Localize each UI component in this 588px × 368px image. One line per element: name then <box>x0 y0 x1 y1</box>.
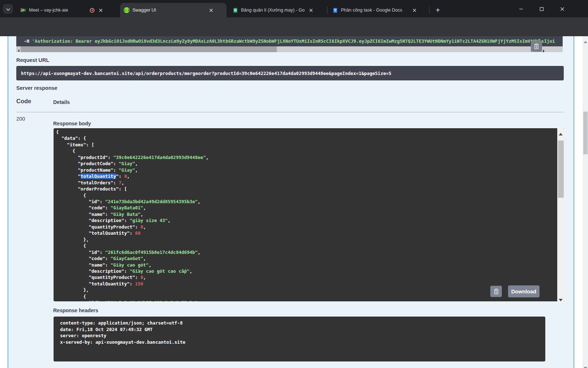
copy-curl-button[interactable] <box>531 41 542 52</box>
window-minimize-button[interactable] <box>514 4 528 14</box>
request-url-value-bar: https://api-xuongmayat-dev.bancantoi.sit… <box>16 66 564 80</box>
google-meet-icon <box>20 7 26 13</box>
tab-separator <box>327 7 327 14</box>
tab-search-button[interactable] <box>3 4 13 14</box>
response-body-json: { "data": { "items": [ { "productId": "3… <box>56 129 208 301</box>
request-url-label: Request URL <box>16 57 49 63</box>
tab-sheets[interactable]: Bảng quản lí (Xưởng may) - Goo <box>229 3 326 17</box>
tab-close-button[interactable] <box>308 7 314 13</box>
curl-horizontal-scrollbar[interactable] <box>16 46 563 52</box>
table-divider <box>16 112 564 112</box>
copy-response-button[interactable] <box>490 286 502 297</box>
scroll-down-arrow-icon[interactable] <box>559 296 563 301</box>
scroll-right-arrow-icon[interactable] <box>542 48 545 54</box>
tab-close-button[interactable] <box>411 7 418 13</box>
window-close-button[interactable] <box>555 4 570 14</box>
tab-close-button[interactable] <box>208 7 214 13</box>
window-maximize-button[interactable] <box>534 4 549 14</box>
opblock-left-border <box>8 36 8 368</box>
tab-separator <box>429 7 430 14</box>
response-headers-label: Response headers <box>53 308 98 313</box>
details-column-header: Details <box>53 99 70 105</box>
scrollbar-thumb[interactable] <box>558 141 564 198</box>
curl-command-text: -H 'Authorization: Bearer eyJhbGciOiJodH… <box>16 36 563 44</box>
code-column-header: Code <box>16 98 31 105</box>
opblock-right-border <box>574 36 574 368</box>
tab-title: Meet – vay-jchk-aie <box>29 8 87 13</box>
scroll-up-arrow-icon[interactable] <box>559 130 563 137</box>
google-docs-icon <box>332 7 338 13</box>
responses-section-heading-clipped: Responses <box>53 367 126 368</box>
page-scrollbar[interactable] <box>583 36 588 368</box>
swagger-icon: {;} <box>124 7 130 13</box>
scrollbar-thumb[interactable] <box>583 112 588 154</box>
new-tab-button[interactable]: + <box>433 5 443 15</box>
browser-toolbar: api-xuongmayat-dev.bancantoi.site/swagge… <box>0 17 588 36</box>
google-sheets-icon <box>232 7 238 13</box>
tab-title: Phân công task - Google Docs <box>341 8 408 13</box>
response-body-label: Response body <box>53 121 91 126</box>
request-url-value: https://api-xuongmayat-dev.bancantoi.sit… <box>16 71 392 76</box>
curl-command-block: -H 'Authorization: Bearer eyJhbGciOiJodH… <box>16 36 563 46</box>
response-body-scrollbar[interactable] <box>557 128 564 301</box>
tab-swagger-ui[interactable]: {;} Swagger UI <box>120 3 227 17</box>
scrollbar-thumb[interactable] <box>21 46 277 52</box>
status-code: 200 <box>16 116 25 122</box>
response-body-panel[interactable]: { "data": { "items": [ { "productId": "3… <box>54 128 564 301</box>
tab-recording-icon <box>90 8 94 13</box>
scroll-up-arrow-icon[interactable] <box>584 38 587 45</box>
tab-title: Bảng quản lí (Xưởng may) - Goo <box>241 8 305 13</box>
tab-title: Swagger UI <box>132 8 205 13</box>
tab-docs[interactable]: Phân công task - Google Docs <box>329 3 427 17</box>
response-headers-panel: content-type: application/json; charset=… <box>54 317 545 361</box>
tab-close-button[interactable] <box>97 7 104 13</box>
tab-meet[interactable]: Meet – vay-jchk-aie <box>17 3 120 17</box>
scroll-left-arrow-icon[interactable] <box>17 47 20 54</box>
scroll-down-arrow-icon[interactable] <box>584 364 587 368</box>
download-button[interactable]: Download <box>508 285 540 297</box>
swagger-page: -H 'Authorization: Bearer eyJhbGciOiJodH… <box>0 36 588 368</box>
chevron-down-icon <box>6 6 10 12</box>
server-response-label: Server response <box>16 85 58 91</box>
browser-titlebar: Meet – vay-jchk-aie {;} Swagger UI Bảng … <box>0 0 588 17</box>
